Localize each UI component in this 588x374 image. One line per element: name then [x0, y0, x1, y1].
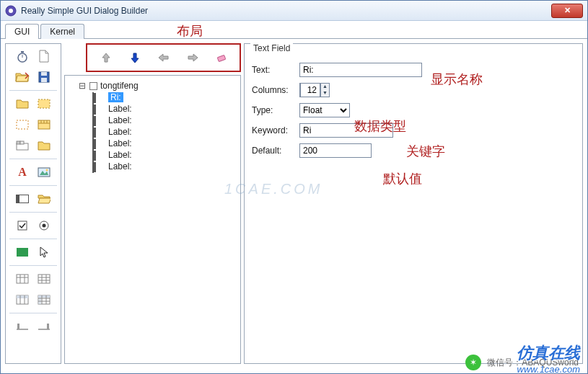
svg-rect-24: [17, 248, 28, 257]
tree-item-label: Label:: [108, 104, 132, 114]
svg-rect-17: [20, 141, 24, 144]
titlebar: Really Simple GUI Dialog Builder ✕: [1, 1, 587, 21]
svg-rect-6: [41, 72, 47, 76]
tablefull-icon[interactable]: [35, 292, 53, 308]
move-right-button[interactable]: [185, 50, 201, 66]
close-button[interactable]: ✕: [551, 4, 583, 18]
svg-rect-49: [217, 55, 225, 61]
tree-item-label: Ri:: [108, 92, 123, 102]
grid1-icon[interactable]: [14, 271, 31, 287]
columns-input[interactable]: [300, 83, 320, 97]
select-dashed-icon[interactable]: [14, 117, 31, 133]
textfield-node-icon: [92, 151, 105, 159]
svg-rect-3: [21, 51, 24, 53]
tree-root-label: tongtifeng: [100, 81, 139, 91]
folder-icon[interactable]: [14, 96, 31, 112]
move-up-button[interactable]: [98, 50, 114, 66]
tree-item[interactable]: Label:: [68, 103, 237, 115]
tree-item-label: Label:: [108, 138, 132, 148]
textfield-node-icon: [92, 104, 105, 113]
svg-rect-40: [38, 295, 41, 304]
tree-root-row[interactable]: ⊟ tongtifeng: [68, 80, 237, 92]
svg-rect-29: [38, 275, 50, 283]
tree-item[interactable]: Label:: [68, 149, 237, 161]
tree-item[interactable]: Label:: [68, 138, 237, 149]
select-yellow-icon[interactable]: [35, 96, 53, 112]
folder2-icon[interactable]: [35, 138, 53, 153]
grid2-icon[interactable]: [35, 271, 53, 287]
eraser-button[interactable]: [214, 50, 229, 66]
tree-item-label: Label:: [108, 127, 132, 137]
svg-rect-35: [17, 295, 28, 298]
radio-icon[interactable]: [35, 218, 53, 233]
tree-item-label: Label:: [108, 115, 132, 125]
properties-panel: Text Field Text: Columns: ▲▼ Type: Fl: [244, 43, 583, 364]
tab-kernel[interactable]: Kernel: [40, 24, 84, 39]
film-icon[interactable]: [35, 117, 53, 133]
tab-gui[interactable]: GUI: [5, 24, 39, 39]
textfield-node-icon: [92, 116, 105, 125]
columns-spinner[interactable]: ▲▼: [299, 83, 330, 97]
tree-item[interactable]: Label:: [68, 126, 237, 138]
tab-bar: GUI Kernel: [1, 21, 587, 39]
colorswatch-icon[interactable]: [14, 244, 31, 260]
text-icon[interactable]: A: [14, 164, 31, 180]
wechat-label: 微信号：ABAQUSworld: [487, 357, 579, 369]
content-area: A: [1, 39, 587, 368]
svg-point-1: [9, 9, 13, 13]
textfield-node-icon: [92, 162, 105, 171]
move-left-button[interactable]: [156, 50, 172, 66]
text-input[interactable]: [299, 63, 422, 77]
svg-rect-46: [17, 324, 19, 329]
lslider-icon[interactable]: [14, 319, 31, 334]
open-folder-icon[interactable]: [14, 69, 31, 85]
svg-rect-18: [38, 168, 50, 177]
row-icon[interactable]: [14, 292, 31, 308]
tree-item-label: Label:: [108, 150, 132, 160]
tree-checkbox[interactable]: [89, 82, 97, 90]
columns-label: Columns:: [252, 85, 295, 95]
checkbox-icon[interactable]: [14, 218, 31, 233]
svg-rect-25: [17, 275, 28, 283]
tabstrip-icon[interactable]: [14, 138, 31, 153]
middle-panel: ⊟ tongtifeng Ri: Label: Label:: [64, 43, 241, 364]
svg-point-20: [46, 169, 48, 172]
close-icon: ✕: [564, 6, 571, 15]
openfolder2-icon[interactable]: [35, 191, 53, 207]
rslider-icon[interactable]: [35, 319, 53, 334]
move-down-button[interactable]: [127, 50, 143, 66]
svg-rect-8: [38, 99, 50, 108]
textfield-icon[interactable]: [14, 191, 31, 207]
window-title: Really Simple GUI Dialog Builder: [21, 6, 148, 16]
save-icon[interactable]: [35, 69, 53, 85]
textfield-node-icon: [92, 139, 105, 148]
new-file-icon[interactable]: [35, 48, 53, 64]
tree-item-label: Label:: [108, 161, 132, 172]
tree-item[interactable]: Ri:: [68, 92, 237, 103]
stopwatch-icon[interactable]: [14, 48, 31, 64]
keyword-input[interactable]: [299, 123, 393, 138]
collapse-icon[interactable]: ⊟: [78, 81, 87, 91]
widget-palette: A: [5, 43, 61, 364]
image-icon[interactable]: [35, 164, 53, 180]
type-label: Type:: [252, 105, 295, 115]
svg-point-23: [43, 224, 46, 228]
svg-rect-21: [18, 221, 27, 230]
properties-legend: Text Field: [250, 43, 293, 53]
app-window: Really Simple GUI Dialog Builder ✕ GUI K…: [0, 0, 588, 374]
spin-down-icon[interactable]: ▼: [320, 90, 329, 97]
spin-up-icon[interactable]: ▲: [320, 84, 329, 90]
type-select[interactable]: Float: [299, 103, 350, 117]
keyword-label: Keyword:: [252, 125, 295, 135]
layout-toolbar: [86, 43, 241, 72]
svg-rect-48: [47, 324, 49, 329]
default-input[interactable]: [299, 143, 372, 158]
textfield-node-icon: [92, 93, 105, 102]
svg-rect-7: [41, 78, 47, 82]
footer-brand: ✶ 微信号：ABAQUSworld: [465, 355, 579, 370]
tree-item[interactable]: Label:: [68, 115, 237, 126]
textfield-node-icon: [92, 128, 105, 136]
tree-item[interactable]: Label:: [68, 161, 237, 172]
cursor-icon[interactable]: [35, 244, 53, 260]
tree-panel[interactable]: ⊟ tongtifeng Ri: Label: Label:: [64, 75, 241, 364]
